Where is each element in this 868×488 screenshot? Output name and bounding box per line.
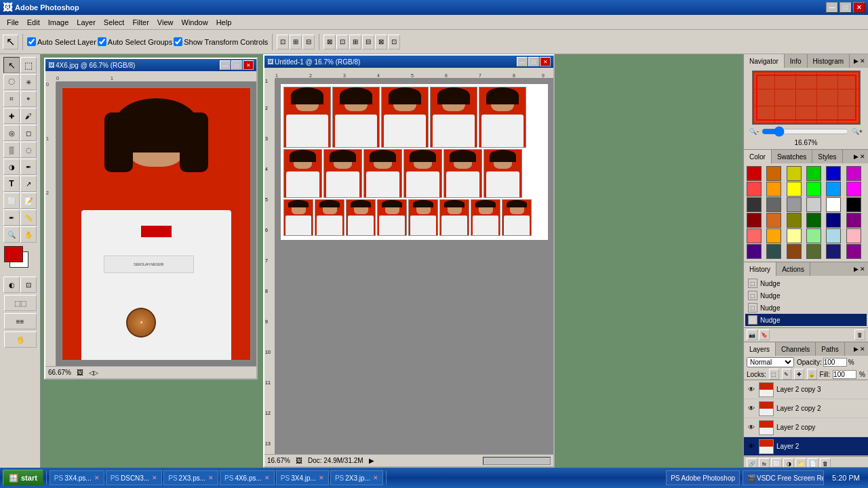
tool-clone[interactable]: ◎ [3,125,20,141]
color-swatch-25[interactable] [766,228,781,243]
tool-bottom[interactable]: 🖐 [4,331,37,348]
doc-untitled-navigate[interactable]: 🖼 [296,457,302,464]
tool-blur[interactable]: ◌ [20,142,37,158]
layer-row-3[interactable]: 👁 Layer 2 [744,437,868,456]
taskbar-2x3ps-close[interactable]: ✕ [208,474,214,481]
menu-layer[interactable]: Layer [73,17,100,28]
taskbar-3x4jp-close[interactable]: ✕ [319,474,324,481]
layer-group-btn[interactable]: 📁 [795,458,806,468]
doc-4x6-maximize[interactable]: □ [231,60,242,70]
color-swatch-27[interactable] [806,228,821,243]
color-swatch-4[interactable] [826,166,841,181]
history-delete[interactable]: 🗑 [854,329,865,340]
doc-untitled-maximize[interactable]: □ [528,57,539,66]
show-transform-checkbox[interactable] [174,37,182,46]
maximize-button[interactable]: □ [840,2,852,13]
zoom-slider[interactable] [762,126,849,137]
layer-link-btn[interactable]: 🔗 [747,458,757,468]
tool-zoom[interactable]: 🔍 [3,226,20,243]
tool-brush[interactable]: 🖌 [20,108,37,124]
color-swatch-17[interactable] [846,197,861,212]
tab-swatches[interactable]: Swatches [772,150,812,163]
tool-heal[interactable]: ✚ [3,108,20,124]
color-swatch-33[interactable] [806,244,821,259]
move-tool-btn[interactable]: ↖ [3,35,18,49]
layer-new-btn[interactable]: 📄 [808,458,818,468]
zoom-out-icon[interactable]: 🔍- [749,128,759,135]
align-right-btn[interactable]: ⊟ [302,35,315,49]
auto-select-groups-option[interactable]: Auto Select Groups [98,37,172,46]
layer-eye-0[interactable]: 👁 [747,386,756,393]
layer-style-btn[interactable]: fx [759,458,770,468]
tab-navigator[interactable]: Navigator [744,54,785,68]
layer-delete-btn[interactable]: 🗑 [820,458,831,468]
taskbar-2x3ps[interactable]: PS 2X3.ps... ✕ [163,470,218,485]
taskbar-3x4jp[interactable]: PS 3X4.jp... ✕ [276,470,329,485]
menu-file[interactable]: File [3,17,23,28]
doc-untitled-arrow[interactable]: ▶ [369,457,374,464]
color-swatch-23[interactable] [846,213,861,228]
doc-untitled-close[interactable]: ✕ [540,57,551,66]
history-new-state[interactable]: 🔖 [759,329,770,340]
history-item-1[interactable]: ⬚ Nudge [745,289,867,302]
tool-move[interactable]: ↖ [3,57,20,73]
history-item-2[interactable]: ⬚ Nudge [745,302,867,314]
color-swatch-8[interactable] [787,182,802,197]
tool-path-select[interactable]: ↗ [20,176,37,192]
taskbar-2x3jp[interactable]: PS 2X3.jp... ✕ [330,470,383,485]
doc-untitled-minimize[interactable]: — [517,57,528,66]
menu-select[interactable]: Select [100,17,129,28]
layer-mask-btn[interactable]: ⬜ [771,458,782,468]
color-swatch-28[interactable] [826,228,841,243]
distribute-cen-btn[interactable]: ⊠ [375,35,387,49]
color-swatch-30[interactable] [747,244,762,259]
color-swatch-19[interactable] [766,213,781,228]
navigator-panel-close[interactable]: ✕ [860,58,865,64]
color-swatch-6[interactable] [747,182,762,197]
history-item-3[interactable]: ⬚ Nudge [745,314,867,326]
layer-row-2[interactable]: 👁 Layer 2 copy [744,418,868,437]
tool-slice[interactable]: ⌖ [20,91,37,107]
menu-image[interactable]: Image [44,17,73,28]
menu-view[interactable]: View [153,17,178,28]
taskbar-4x6ps[interactable]: PS 4X6.ps... ✕ [220,470,275,485]
taskbar-dscn3-close[interactable]: ✕ [152,474,157,481]
layer-eye-3[interactable]: 👁 [747,443,756,450]
lock-pixels[interactable]: ✎ [782,369,792,380]
color-swatch-35[interactable] [846,244,861,259]
menu-help[interactable]: Help [212,17,236,28]
layers-panel-close[interactable]: ✕ [860,346,865,352]
show-transform-option[interactable]: Show Transform Controls [174,37,268,46]
color-swatch-31[interactable] [766,244,781,259]
tool-eyedropper[interactable]: ✒ [3,209,20,226]
layers-panel-arrow[interactable]: ▶ [854,346,859,352]
taskbar-2x3jp-close[interactable]: ✕ [373,474,378,481]
tool-pen[interactable]: ✒ [20,159,37,175]
tool-notes[interactable]: 📝 [20,192,37,209]
color-picker[interactable] [4,246,37,273]
auto-select-layer-checkbox[interactable] [27,37,36,46]
color-swatch-22[interactable] [826,213,841,228]
menu-window[interactable]: Window [178,17,212,28]
tool-screen-mode[interactable]: ⊡ [20,277,37,293]
tool-selection[interactable]: ⬚ [20,57,37,73]
layer-fill-btn[interactable]: ◑ [783,458,794,468]
layer-row-1[interactable]: 👁 Layer 2 copy 2 [744,399,868,418]
start-button[interactable]: 🪟 start [3,470,43,486]
tab-channels[interactable]: Channels [776,342,816,356]
color-panel-arrow[interactable]: ▶ [854,153,859,160]
color-swatch-11[interactable] [846,182,861,197]
tool-quick-mask[interactable]: ◐ [3,277,20,293]
minimize-button[interactable]: — [826,2,838,13]
color-swatch-7[interactable] [766,182,781,197]
navigator-panel-arrow[interactable]: ▶ [854,58,859,64]
color-swatch-29[interactable] [846,228,861,243]
opacity-input[interactable] [823,358,847,367]
tool-extra-2[interactable]: ≡≡ [4,313,37,329]
color-swatch-21[interactable] [806,213,821,228]
color-swatch-9[interactable] [806,182,821,197]
lock-move[interactable]: ✚ [794,369,804,380]
tool-shape[interactable]: ⬜ [3,192,20,209]
distribute-left-btn[interactable]: ⊟ [362,35,374,49]
zoom-in-icon[interactable]: 🔍+ [852,128,863,135]
